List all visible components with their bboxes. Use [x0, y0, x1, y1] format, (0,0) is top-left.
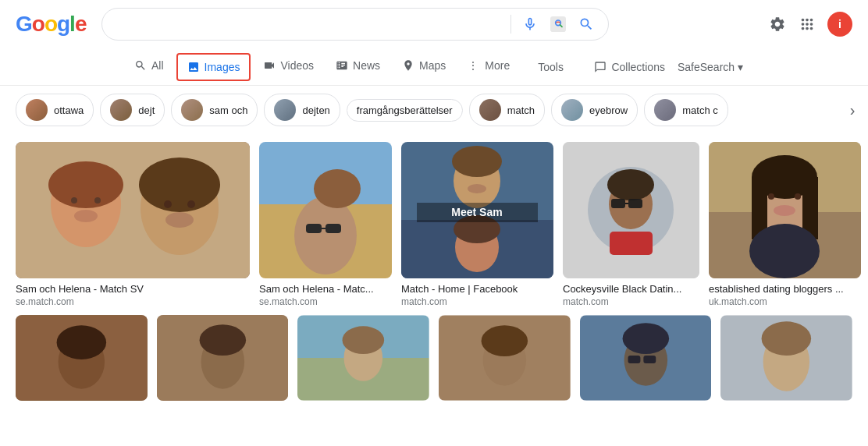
svg-point-44: [768, 193, 774, 200]
settings-icon[interactable]: [768, 15, 787, 34]
image-thumb-1: [16, 142, 250, 278]
image-item-r2-5[interactable]: [580, 315, 712, 401]
svg-rect-0: [550, 16, 566, 32]
chip-thumb-dejten: [274, 99, 296, 121]
next-arrow-button[interactable]: ›: [837, 87, 868, 133]
image-item-r2-2[interactable]: [157, 315, 289, 401]
svg-point-68: [762, 321, 812, 356]
chip-label-ottawa: ottawa: [54, 104, 84, 116]
chip-thumb-dejt: [110, 99, 132, 121]
chip-label-match: match: [507, 104, 535, 116]
image-thumb-2: [259, 142, 392, 278]
chip-samoch[interactable]: sam och: [171, 94, 258, 126]
image-thumb-5: [709, 142, 861, 278]
tab-more-label: More: [485, 59, 510, 72]
svg-rect-65: [643, 356, 656, 363]
image-item-5[interactable]: established dating bloggers ... uk.match…: [709, 142, 861, 307]
image-item-4[interactable]: Cockeysville Black Datin... match.com: [563, 142, 699, 307]
svg-rect-17: [306, 224, 322, 233]
chip-dejten[interactable]: dejten: [264, 94, 340, 126]
tab-more[interactable]: ⋮ More: [458, 51, 519, 82]
search-icon[interactable]: [577, 15, 596, 34]
chip-label-matchc: match c: [682, 104, 718, 116]
svg-point-12: [165, 212, 194, 228]
chip-label-eyebrow: eyebrow: [589, 104, 628, 116]
image-item-1[interactable]: Sam och Helena - Match SV se.match.com: [16, 142, 250, 307]
image-title-1: Sam och Helena - Match SV: [16, 283, 250, 295]
tab-news-label: News: [353, 59, 380, 72]
image-thumb-4: [563, 142, 699, 278]
divider: [510, 15, 511, 34]
image-source-3: match.com: [401, 296, 553, 307]
svg-point-10: [164, 200, 172, 208]
tab-videos[interactable]: Videos: [254, 51, 323, 82]
safesearch-button[interactable]: SafeSearch ▾: [678, 61, 743, 73]
image-item-r2-1[interactable]: [16, 315, 148, 401]
header-right: i: [768, 12, 852, 37]
image-source-1: se.match.com: [16, 296, 250, 307]
svg-point-4: [48, 161, 123, 208]
chip-matchc[interactable]: match c: [644, 94, 728, 126]
tab-maps[interactable]: Maps: [393, 51, 455, 82]
image-source-5: uk.match.com: [709, 296, 861, 307]
microphone-icon[interactable]: [521, 15, 539, 34]
image-item-2[interactable]: Sam och Helena - Matc... se.match.com: [259, 142, 392, 307]
svg-point-63: [622, 323, 669, 354]
image-item-3[interactable]: Meet Sam Match - Home | Facebook match.c…: [401, 142, 553, 307]
chip-match[interactable]: match: [469, 94, 545, 126]
image-thumb-r2-6: [720, 315, 852, 401]
chip-label-dejten: dejten: [302, 104, 329, 116]
filter-chips-row: ottawa dejt sam och dejten framgångsberä…: [0, 86, 868, 134]
tab-all[interactable]: All: [125, 51, 173, 82]
chip-thumb-match: [479, 99, 501, 121]
image-item-r2-3[interactable]: [297, 315, 429, 401]
svg-point-15: [294, 196, 357, 274]
svg-rect-64: [628, 356, 640, 363]
search-bar[interactable]: site:match.com sam: [101, 8, 609, 41]
image-source-4: match.com: [563, 296, 699, 307]
chip-dejt[interactable]: dejt: [100, 94, 165, 126]
chip-thumb-ottawa: [26, 99, 48, 121]
google-logo[interactable]: Google: [16, 12, 86, 37]
tab-images[interactable]: Images: [176, 53, 251, 81]
svg-point-32: [607, 169, 654, 200]
svg-point-11: [187, 200, 195, 208]
image-item-r2-6[interactable]: [720, 315, 852, 401]
tab-all-label: All: [151, 59, 164, 72]
image-title-2: Sam och Helena - Matc...: [259, 283, 392, 295]
safesearch-label: SafeSearch: [678, 61, 735, 73]
svg-text:Meet Sam: Meet Sam: [451, 206, 502, 218]
tab-videos-label: Videos: [280, 59, 314, 72]
tools-button[interactable]: Tools: [528, 53, 573, 81]
svg-rect-33: [611, 199, 625, 208]
tab-news[interactable]: News: [326, 51, 390, 82]
image-title-3: Match - Home | Facebook: [401, 283, 553, 295]
chip-thumb-samoch: [181, 99, 203, 121]
svg-point-53: [199, 324, 246, 356]
image-title-5: established dating bloggers ...: [709, 283, 861, 295]
chip-ottawa[interactable]: ottawa: [16, 94, 94, 126]
image-thumb-3: Meet Sam: [401, 142, 553, 278]
svg-point-47: [749, 224, 820, 278]
chip-label-samoch: sam och: [209, 104, 247, 116]
svg-point-57: [343, 326, 385, 354]
svg-point-7: [74, 210, 98, 222]
image-grid-row2: [0, 315, 868, 409]
collections-button[interactable]: Collections: [594, 61, 664, 73]
user-avatar[interactable]: i: [827, 12, 852, 37]
svg-point-5: [71, 197, 77, 204]
tab-maps-label: Maps: [419, 59, 446, 72]
chip-eyebrow[interactable]: eyebrow: [551, 94, 638, 126]
image-item-r2-4[interactable]: [439, 315, 571, 401]
image-thumb-r2-2: [157, 315, 289, 401]
svg-point-24: [468, 184, 486, 193]
chip-thumb-matchc: [654, 99, 676, 121]
google-lens-icon[interactable]: [549, 15, 567, 34]
search-input[interactable]: site:match.com sam: [115, 17, 503, 31]
svg-rect-18: [326, 224, 341, 233]
svg-point-16: [314, 169, 361, 208]
apps-icon[interactable]: [798, 15, 816, 34]
chip-framgang[interactable]: framgångsberättelser: [347, 99, 463, 122]
chip-label-framgang: framgångsberättelser: [357, 104, 453, 116]
image-grid-row1: Sam och Helena - Match SV se.match.com S…: [0, 134, 868, 315]
